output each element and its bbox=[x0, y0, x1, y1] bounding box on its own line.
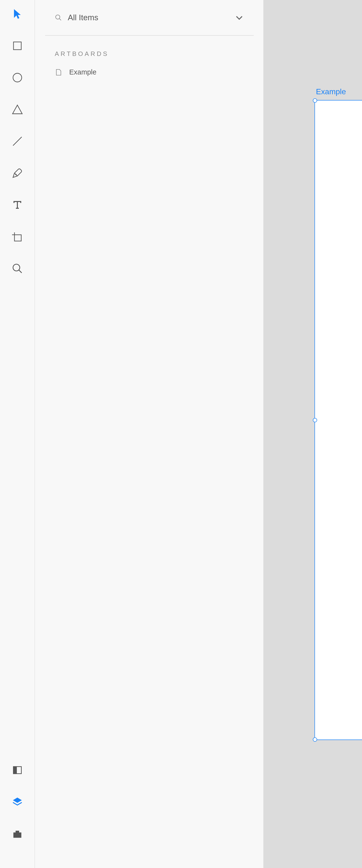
artboard-item-label: Example bbox=[69, 68, 96, 76]
plugins-tab[interactable] bbox=[10, 827, 25, 841]
toolbar-top-group bbox=[0, 7, 34, 276]
svg-point-7 bbox=[13, 264, 20, 271]
artboard-example[interactable] bbox=[314, 100, 362, 740]
selection-handle-top-left[interactable] bbox=[313, 98, 317, 103]
svg-line-12 bbox=[59, 19, 61, 21]
tool-toolbar bbox=[0, 0, 35, 868]
ellipse-tool[interactable] bbox=[10, 71, 25, 85]
svg-rect-4 bbox=[14, 235, 21, 241]
artboard-layer-item[interactable]: Example bbox=[35, 65, 263, 80]
artboard-tool[interactable] bbox=[10, 230, 25, 244]
svg-line-8 bbox=[19, 270, 22, 273]
layers-icon bbox=[12, 797, 23, 808]
polygon-tool[interactable] bbox=[10, 103, 25, 117]
selection-handle-middle-left[interactable] bbox=[313, 418, 317, 422]
ellipse-icon bbox=[11, 72, 23, 84]
panel-icon bbox=[12, 765, 23, 776]
artboard-name-label[interactable]: Example bbox=[316, 87, 346, 96]
chevron-down-icon[interactable] bbox=[234, 13, 244, 23]
line-tool[interactable] bbox=[10, 134, 25, 149]
pen-icon bbox=[11, 167, 23, 180]
svg-point-1 bbox=[13, 73, 22, 82]
zoom-icon bbox=[11, 263, 23, 275]
select-tool[interactable] bbox=[10, 7, 25, 22]
triangle-icon bbox=[11, 104, 23, 116]
svg-line-2 bbox=[13, 137, 22, 146]
zoom-tool[interactable] bbox=[10, 262, 25, 276]
selection-handle-bottom-left[interactable] bbox=[313, 737, 317, 742]
layers-filter-input[interactable] bbox=[68, 13, 234, 22]
pen-tool[interactable] bbox=[10, 166, 25, 181]
layers-search-row[interactable] bbox=[45, 0, 254, 36]
rectangle-icon bbox=[11, 40, 23, 53]
search-icon bbox=[55, 14, 62, 21]
artboards-section-header: ARTBOARDS bbox=[35, 36, 263, 65]
svg-point-3 bbox=[15, 174, 17, 175]
libraries-tab[interactable] bbox=[10, 764, 25, 778]
layers-tab[interactable] bbox=[10, 795, 25, 810]
svg-rect-10 bbox=[13, 767, 17, 774]
design-canvas[interactable]: Example bbox=[263, 0, 362, 868]
rectangle-tool[interactable] bbox=[10, 39, 25, 54]
line-icon bbox=[11, 135, 23, 148]
toolbar-bottom-group bbox=[0, 764, 34, 841]
layers-panel: ARTBOARDS Example bbox=[35, 0, 263, 868]
svg-point-11 bbox=[56, 15, 60, 19]
text-tool[interactable] bbox=[10, 198, 25, 213]
pointer-icon bbox=[11, 8, 23, 21]
text-icon bbox=[11, 199, 23, 212]
plugin-icon bbox=[12, 829, 23, 840]
svg-rect-0 bbox=[13, 42, 21, 50]
artboard-item-icon bbox=[55, 68, 62, 76]
artboard-icon bbox=[11, 231, 23, 244]
